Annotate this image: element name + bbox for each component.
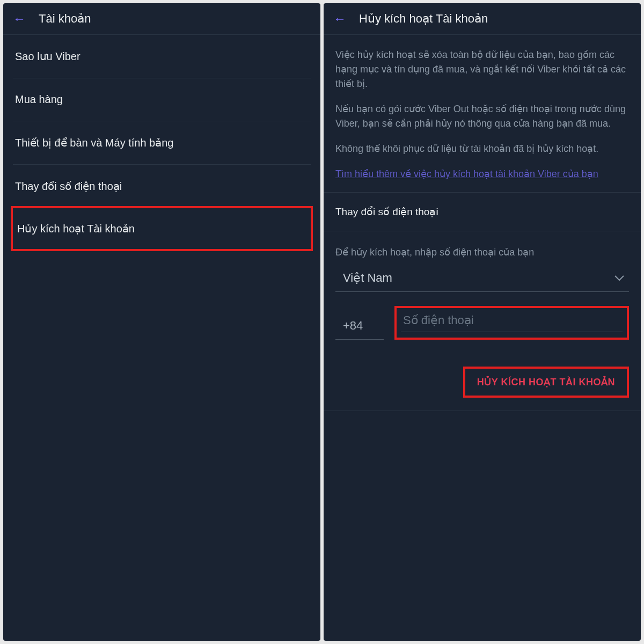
country-select[interactable]: Việt Nam [335,266,629,292]
highlight-annotation: Hủy kích hoạt Tài khoản [11,206,313,251]
info-section: Việc hủy kích hoạt sẽ xóa toàn bộ dữ liệ… [324,35,641,192]
menu-item-change-phone[interactable]: Thay đổi số điện thoại [13,165,311,208]
deactivate-button-label: HỦY KÍCH HOẠT TÀI KHOẢN [477,377,615,387]
account-menu-list: Sao lưu Viber Mua hàng Thiết bị để bàn v… [3,35,320,251]
highlight-annotation: Số điện thoại [394,306,629,340]
deactivate-form: Để hủy kích hoạt, nhập số điện thoại của… [324,231,641,350]
deactivate-button[interactable]: HỦY KÍCH HOẠT TÀI KHOẢN [463,367,629,398]
section-title: Thay đổi số điện thoại [335,206,629,218]
form-label: Để hủy kích hoạt, nhập số điện thoại của… [335,246,629,258]
info-paragraph-1: Việc hủy kích hoạt sẽ xóa toàn bộ dữ liệ… [335,48,629,91]
phone-row: +84 Số điện thoại [335,306,629,340]
chevron-down-icon [614,273,625,284]
menu-item-backup[interactable]: Sao lưu Viber [13,35,311,78]
left-content: Sao lưu Viber Mua hàng Thiết bị để bàn v… [3,35,320,641]
section-change-phone[interactable]: Thay đổi số điện thoại [324,192,641,231]
menu-item-deactivate[interactable]: Hủy kích hoạt Tài khoản [13,208,311,249]
back-arrow-icon[interactable]: ← [333,12,346,25]
country-value: Việt Nam [343,271,392,285]
header-bar: ← Tài khoản [3,3,320,35]
left-screen: ← Tài khoản Sao lưu Viber Mua hàng Thiết… [3,3,320,641]
menu-item-purchases[interactable]: Mua hàng [13,78,311,121]
right-screen: ← Hủy kích hoạt Tài khoản Việc hủy kích … [324,3,641,641]
info-paragraph-2: Nếu bạn có gói cước Viber Out hoặc số đi… [335,102,629,131]
phone-input[interactable]: Số điện thoại [401,311,623,332]
learn-more-link[interactable]: Tìm hiểu thêm về việc hủy kích hoạt tài … [335,167,629,181]
info-paragraph-3: Không thể khôi phục dữ liệu từ tài khoản… [335,142,629,156]
back-arrow-icon[interactable]: ← [13,12,26,25]
right-content: Việc hủy kích hoạt sẽ xóa toàn bộ dữ liệ… [324,35,641,641]
phone-placeholder: Số điện thoại [403,313,474,327]
menu-item-desktop-tablet[interactable]: Thiết bị để bàn và Máy tính bảng [13,121,311,165]
button-row: HỦY KÍCH HOẠT TÀI KHOẢN [324,350,641,408]
page-title: Tài khoản [39,12,91,26]
country-code-field[interactable]: +84 [335,313,384,340]
header-bar: ← Hủy kích hoạt Tài khoản [324,3,641,35]
divider [324,411,641,411]
page-title: Hủy kích hoạt Tài khoản [359,12,488,26]
